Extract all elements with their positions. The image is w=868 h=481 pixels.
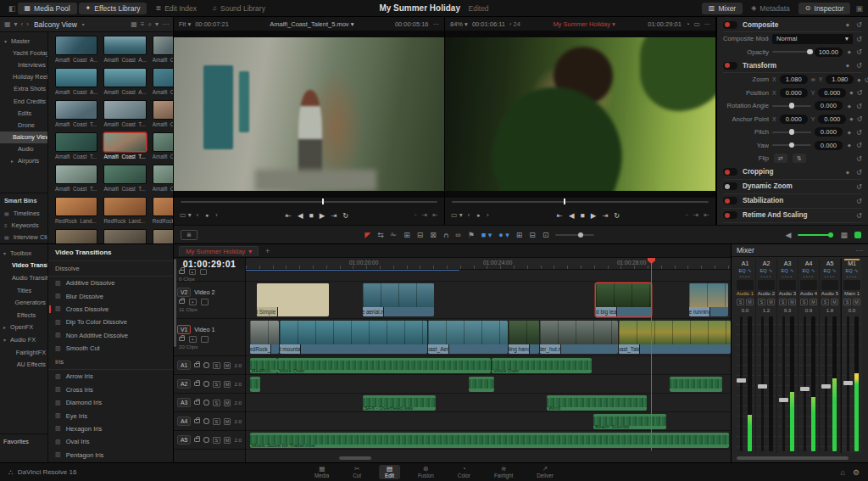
insert-clip-icon[interactable]: ⊞ [403, 231, 410, 239]
stop-button[interactable]: ■ [581, 211, 585, 220]
page-tab[interactable]: ▦ Media [309, 465, 335, 479]
mark-in-icon[interactable]: ⇥ [422, 211, 428, 219]
reset-icon[interactable]: ↺ [856, 128, 862, 137]
reset-icon[interactable]: ↺ [856, 168, 862, 176]
track-id-chip[interactable]: A3 [177, 398, 191, 407]
viewer-options-menu[interactable]: ▭ ▾ [451, 211, 463, 219]
video-lane-v2[interactable]: Lower 3rd Simple Underline◆ lake aerial.… [246, 282, 731, 319]
bin-item[interactable]: Holiday Reel [0, 71, 47, 83]
step-forward-button[interactable]: ⇥ [602, 211, 608, 220]
transition-item[interactable]: ▥ Hexagon Iris [48, 422, 173, 435]
track-id-chip[interactable]: V1 [177, 325, 191, 334]
disable-track-icon[interactable] [201, 336, 209, 343]
keyframe-icon[interactable]: ◆ [844, 22, 851, 27]
reset-icon[interactable]: ↺ [865, 76, 868, 84]
bin-item[interactable]: Yacht Footage [0, 47, 47, 59]
section-enable-toggle[interactable] [723, 211, 737, 219]
inspector-section-header[interactable]: Stabilization ↺ [723, 194, 862, 209]
bin-expand-icon[interactable]: ▾ [4, 38, 9, 44]
transform-section-header[interactable]: Transform ◆ ↺ [723, 59, 862, 73]
panel-layout-icon[interactable]: ▣ [855, 4, 863, 13]
color-palette-icon[interactable]: ◔ [686, 20, 690, 28]
auto-select-icon[interactable]: ▪ [189, 299, 197, 305]
solo-button[interactable]: S [779, 299, 787, 305]
media-clip-thumbnail[interactable]: RedRock_Land... [153, 197, 173, 227]
keyframe-icon[interactable]: ◆ [846, 49, 853, 54]
keyframe-icon[interactable]: ◆ [844, 63, 851, 68]
reset-icon[interactable]: ↺ [856, 20, 862, 29]
audio-lane-a5[interactable]: Music Score for Trailer.mov [246, 431, 731, 450]
reset-icon[interactable]: ↺ [856, 48, 862, 56]
speaker-icon[interactable]: ◀ [786, 231, 792, 239]
pan-control[interactable] [843, 280, 860, 290]
mute-button[interactable]: M [224, 381, 231, 388]
transition-item[interactable]: ▥ Arrow Iris [48, 370, 173, 383]
fader-knob[interactable] [737, 378, 746, 383]
record-arm-icon[interactable] [203, 362, 209, 368]
video-track-header[interactable]: V1 Video 1 ▪ 20 Clips [174, 319, 245, 356]
first-frame-button[interactable]: ⇤ [286, 211, 292, 220]
timeline-scrub-bar[interactable] [445, 198, 715, 205]
pan-control[interactable] [758, 280, 775, 290]
audio-clip[interactable] [670, 377, 722, 392]
record-arm-icon[interactable] [203, 437, 209, 443]
source-video-area[interactable] [174, 31, 444, 198]
overwrite-clip-icon[interactable]: ⊟ [417, 231, 424, 239]
composite-section-header[interactable]: Composite ◆ ↺ [723, 18, 862, 32]
timeline-horizontal-scrollbar[interactable] [339, 456, 371, 460]
smart-bin-item[interactable]: ▤ Timelines [0, 207, 47, 219]
audio-clip[interactable]: Music Score for Trailer.mov [250, 433, 729, 448]
record-arm-icon[interactable] [203, 418, 209, 424]
media-clip-thumbnail[interactable]: Amalfi_Coast_A... [103, 36, 146, 65]
mute-button[interactable]: M [224, 362, 231, 369]
project-manager-home-icon[interactable]: ⌂ [840, 468, 844, 477]
reset-icon[interactable]: ↺ [856, 182, 862, 191]
favorites-item[interactable]: Favorites [0, 433, 47, 449]
media-clip-thumbnail[interactable]: Amalfi_Coast_A... [55, 68, 97, 98]
video-clip[interactable]: lake aerial.mov [363, 283, 434, 316]
rotation-value[interactable]: 0.000 [815, 101, 843, 110]
rotation-slider[interactable] [772, 105, 811, 107]
media-clip-thumbnail[interactable]: RedRock_Talen... [153, 229, 173, 243]
source-scrub-playhead[interactable] [322, 199, 324, 204]
chevron-down-icon[interactable]: ▾ [14, 20, 18, 28]
marker-color-icon[interactable]: ■ ▾ [481, 231, 492, 239]
top-toolbar-button[interactable]: ✦ Effects Library [79, 3, 147, 14]
category-expand-icon[interactable]: ▸ [3, 324, 8, 330]
track-id-chip[interactable]: V2 [177, 288, 191, 297]
clip-view-icon[interactable]: ▦ [4, 20, 11, 28]
video-clip[interactable]: Holding hands ...◆ [509, 321, 539, 354]
keyframe-icon[interactable]: ◆ [857, 77, 860, 82]
position-y-value[interactable]: 0.000 [818, 88, 846, 98]
current-bin-name[interactable]: Balcony View [34, 20, 77, 29]
zoom-custom-icon[interactable]: ⊡ [542, 231, 549, 239]
audio-enabled-indicator[interactable] [854, 232, 861, 238]
inspector-section-header[interactable]: Dynamic Zoom ↺ [723, 180, 862, 194]
bin-item[interactable]: ▾ Master [0, 35, 47, 47]
audio-track-header[interactable]: A2 S M 2.0 [174, 375, 245, 394]
mute-button[interactable]: M [224, 437, 231, 444]
bin-item[interactable]: ▸ Airports [0, 155, 47, 167]
timecode-keyboard-icon[interactable]: ▦ [840, 231, 848, 239]
lock-icon[interactable] [179, 337, 185, 341]
reset-icon[interactable]: ↺ [856, 61, 862, 70]
timeline-name[interactable]: My Summer Holiday ▾ [525, 20, 643, 28]
media-clip-thumbnail[interactable]: RedRock_Talen... [55, 229, 97, 243]
eq-control[interactable]: EQ∿ [738, 267, 751, 274]
category-expand-icon[interactable]: ▾ [3, 337, 8, 343]
yaw-value[interactable]: 0.000 [815, 141, 843, 150]
selection-mode-icon[interactable]: ◤ [364, 231, 370, 239]
video-lane-v3[interactable] [246, 270, 731, 282]
stop-button[interactable]: ■ [309, 211, 314, 220]
audio-clip[interactable]: RedRoc... [250, 358, 277, 373]
smart-bins-header[interactable]: Smart Bins [0, 193, 47, 207]
audio-track-header[interactable]: A1 S M 2.0 [174, 356, 245, 375]
effects-category-item[interactable]: ▸ OpenFX [0, 322, 47, 334]
media-clip-thumbnail[interactable]: Amalfi_Coast_T... [153, 132, 173, 162]
bin-item[interactable]: Extra Shots [0, 83, 47, 95]
first-frame-button[interactable]: ⇤ [557, 211, 563, 220]
composite-enable-toggle[interactable] [723, 21, 737, 29]
video-clip[interactable]: people running.mov [689, 283, 728, 316]
replace-clip-icon[interactable]: ⊠ [430, 231, 437, 239]
effects-category-item[interactable]: Titles [0, 284, 47, 297]
